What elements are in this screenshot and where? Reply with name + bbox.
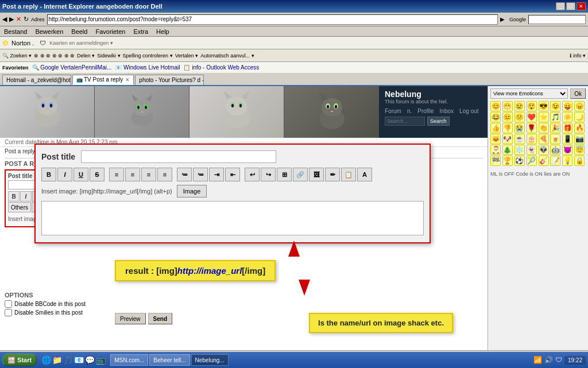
emo-sad[interactable]: 😢 bbox=[514, 101, 525, 111]
emo-notes[interactable]: 📝 bbox=[550, 156, 560, 166]
zoomed-textarea[interactable] bbox=[41, 201, 424, 235]
address-input[interactable] bbox=[47, 14, 498, 25]
emo-gift[interactable]: 🎁 bbox=[562, 123, 572, 133]
emo-heart[interactable]: ❤️ bbox=[527, 112, 537, 122]
emo-angel[interactable]: 😇 bbox=[574, 145, 585, 155]
emo-coffee[interactable]: ☕ bbox=[514, 134, 525, 144]
emo-rose[interactable]: 🌹 bbox=[527, 123, 537, 133]
z-link[interactable]: 🔗 bbox=[293, 168, 308, 181]
emo-clap[interactable]: 👏 bbox=[539, 123, 549, 133]
emo-wink[interactable]: 😉 bbox=[550, 101, 560, 111]
nav-profile[interactable]: Profile bbox=[417, 108, 434, 114]
z-table[interactable]: ⊞ bbox=[277, 168, 292, 181]
zoomed-post-title-input[interactable] bbox=[81, 150, 276, 163]
taskbar-ie-icon[interactable]: 🌐 bbox=[41, 355, 51, 361]
emo-party[interactable]: 🎉 bbox=[550, 123, 560, 133]
maximize-button[interactable]: □ bbox=[566, 2, 575, 10]
emo-thumbup[interactable]: 👍 bbox=[490, 123, 501, 133]
emo-alien[interactable]: 👽 bbox=[539, 145, 549, 155]
minimize-button[interactable]: _ bbox=[556, 2, 565, 10]
emo-sun[interactable]: ☀️ bbox=[562, 112, 572, 122]
forum-search-input[interactable] bbox=[385, 117, 425, 126]
z-strike[interactable]: S bbox=[90, 168, 105, 181]
emo-soccer[interactable]: ⚽ bbox=[514, 156, 525, 166]
nav-inbox[interactable]: Inbox bbox=[440, 108, 454, 114]
z-justify[interactable]: ≡ bbox=[157, 168, 172, 181]
emo-star[interactable]: ⭐ bbox=[539, 112, 549, 122]
emo-robot[interactable]: 🤖 bbox=[550, 145, 560, 155]
taskbar-item-nebelung[interactable]: Nebelung... bbox=[191, 354, 229, 361]
emo-thumbdown[interactable]: 👎 bbox=[502, 123, 513, 133]
taskbar-app2-icon[interactable]: 💬 bbox=[85, 355, 95, 361]
z-list-ul[interactable]: ≔ bbox=[177, 168, 192, 181]
z-indent[interactable]: ⇥ bbox=[209, 168, 224, 181]
menu-help[interactable]: Help bbox=[154, 28, 171, 35]
emoticons-select[interactable]: View more Emoticons bbox=[490, 88, 568, 99]
z-right[interactable]: ≡ bbox=[141, 168, 156, 181]
aanvul-btn[interactable]: Automatisch aanvul... ▾ bbox=[200, 53, 254, 59]
taskbar-app3-icon[interactable]: 📺 bbox=[96, 355, 106, 361]
emo-devil[interactable]: 😈 bbox=[562, 145, 572, 155]
emo-neutral[interactable]: 😐 bbox=[502, 112, 513, 122]
emo-xmas[interactable]: 🎄 bbox=[502, 145, 513, 155]
fav-hotmail[interactable]: 📧 Windows Live Hotmail bbox=[115, 64, 180, 71]
fav-outlook[interactable]: 📋 info - Outlook Web Access bbox=[183, 64, 259, 71]
google-search-input[interactable] bbox=[528, 15, 586, 24]
tab-hotmail[interactable]: Hotmail - a_zekveld@hot... ✕ bbox=[2, 75, 71, 85]
delen-btn[interactable]: Delen ▾ bbox=[77, 53, 95, 59]
emo-cry[interactable]: 😭 bbox=[514, 123, 525, 133]
z-list-ol[interactable]: ≔ bbox=[193, 168, 208, 181]
info-btn[interactable]: ℹ info ▾ bbox=[570, 53, 586, 59]
forum-search-button[interactable]: Search bbox=[427, 117, 450, 126]
emo-trophy[interactable]: 🏆 bbox=[502, 156, 513, 166]
tab-post-reply[interactable]: 📺 TV Post a reply ✕ bbox=[72, 75, 134, 85]
emoticons-ok-button[interactable]: Ok bbox=[570, 88, 586, 99]
send-button[interactable]: Send bbox=[148, 313, 172, 324]
start-button[interactable]: 🪟 Start bbox=[2, 354, 37, 361]
emo-cool[interactable]: 😎 bbox=[539, 101, 549, 111]
zoeken-label[interactable]: 🔍 Zoeken ▾ bbox=[2, 53, 32, 59]
z-redo[interactable]: ↪ bbox=[261, 168, 276, 181]
emo-lock[interactable]: 🔒 bbox=[574, 156, 585, 166]
menu-extra[interactable]: Extra bbox=[131, 28, 150, 35]
spelling-btn[interactable]: Spelling controleren ▾ bbox=[123, 53, 173, 59]
emo-fire[interactable]: 🔥 bbox=[574, 123, 585, 133]
emo-pizza[interactable]: 🍕 bbox=[539, 134, 549, 144]
tab-photo[interactable]: photo - Your Pictures? d -... ✕ bbox=[135, 75, 204, 85]
emo-music2[interactable]: 🎸 bbox=[539, 156, 549, 166]
emo-santa[interactable]: 🎅 bbox=[490, 145, 501, 155]
tab-post-reply-close[interactable]: ✕ bbox=[125, 77, 130, 83]
window-controls[interactable]: _ □ ✕ bbox=[556, 2, 586, 10]
z-left[interactable]: ≡ bbox=[109, 168, 124, 181]
nav-forum[interactable]: Forum bbox=[385, 108, 401, 114]
emo-ghost[interactable]: 👻 bbox=[527, 145, 537, 155]
z-table2[interactable]: 📋 bbox=[341, 168, 356, 181]
menu-beeld[interactable]: Beeld bbox=[69, 28, 89, 35]
emo-angry[interactable]: 😠 bbox=[574, 101, 585, 111]
emo-cat[interactable]: 🐱 bbox=[490, 134, 501, 144]
taskbar-app1-icon[interactable]: 📧 bbox=[74, 355, 84, 361]
norton-maps[interactable]: Kaarten en aanmeldingen ▾ bbox=[49, 40, 113, 46]
emo-cake[interactable]: 🎂 bbox=[527, 134, 537, 144]
emo-laugh[interactable]: 😂 bbox=[490, 112, 501, 122]
z-center[interactable]: ≡ bbox=[125, 168, 140, 181]
z-edit[interactable]: ✏ bbox=[325, 168, 340, 181]
emo-surprised[interactable]: 😲 bbox=[527, 101, 537, 111]
sidewiki-btn[interactable]: Sidewiki ▾ bbox=[97, 53, 121, 59]
z-img[interactable]: 🖼 bbox=[309, 168, 324, 181]
bbcode-checkbox[interactable] bbox=[5, 300, 12, 308]
emo-flag[interactable]: 🏁 bbox=[490, 156, 501, 166]
emo-beer[interactable]: 🍺 bbox=[550, 134, 560, 144]
taskbar-item-msn[interactable]: MSN.com... bbox=[110, 354, 148, 361]
menu-bestand[interactable]: Bestand bbox=[2, 28, 29, 35]
emo-bulb[interactable]: 💡 bbox=[562, 156, 572, 166]
menu-bewerken[interactable]: Bewerken bbox=[33, 28, 65, 35]
refresh-button[interactable]: ↻ bbox=[24, 16, 29, 23]
fav-google[interactable]: 🔍 Google VertalenPennilMai... bbox=[32, 64, 112, 71]
emo-music[interactable]: 🎵 bbox=[550, 112, 560, 122]
bold-button[interactable]: B bbox=[8, 191, 20, 202]
emo-dog[interactable]: 🐶 bbox=[502, 134, 513, 144]
others-button[interactable]: Others bbox=[8, 202, 31, 212]
vertalen-btn[interactable]: Vertalen ▾ bbox=[175, 53, 199, 59]
taskbar-item-beheer[interactable]: Beheer tell... bbox=[149, 354, 189, 361]
